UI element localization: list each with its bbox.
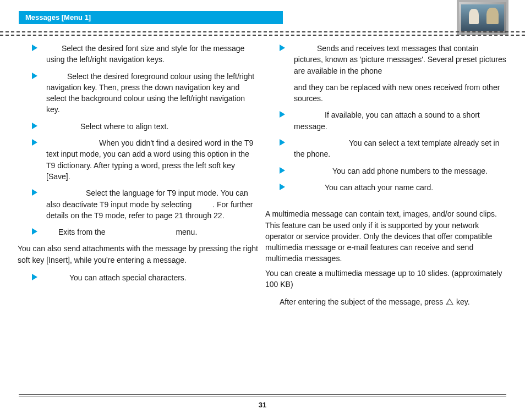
paragraph-text-a: After entering the subject of the messag… [280,297,443,306]
paragraph-text: You can also send attachments with the m… [18,244,258,264]
triangle-icon [32,139,37,146]
paragraph-text: You can create a multimedia message up t… [265,269,502,289]
bullet-picture-cont: and they can be replaced with new ones r… [280,82,506,104]
content-columns: Select the desired font size and style f… [32,43,506,387]
triangle-icon [280,167,285,174]
bullet-number: You can add phone numbers to the message… [280,165,506,176]
svg-point-1 [447,303,449,305]
triangle-icon [280,184,285,190]
bullet-text: You can attach your name card. [325,183,433,192]
bullet-t9-lang: Select the language for T9 input mode. Y… [32,187,259,221]
paragraph-press-key: After entering the subject of the messag… [280,296,506,307]
paragraph-mms-slides: You can create a multimedia message up t… [265,268,506,290]
bullet-template: You can select a text template already s… [280,137,506,160]
bullet-text: Sends and receives text messages that co… [294,44,506,75]
triangle-icon [32,189,37,196]
bullet-t9-add: When you didn't find a desired word in t… [32,137,259,182]
bullet-namecard: You can attach your name card. [280,182,506,193]
triangle-icon [32,228,37,235]
triangle-icon [32,45,37,51]
section-header: Messages [Menu 1] [19,11,283,24]
bullet-font: Select the desired font size and style f… [32,43,259,65]
triangle-icon [280,111,285,118]
bullet-text: and they can be replaced with new ones r… [294,83,500,103]
bullet-symbol: You can attach special characters. [32,272,259,283]
bullet-align: Select where to align text. [32,121,259,132]
divider-dashed-bottom [0,35,525,36]
divider-dashed-top [0,31,525,32]
bullet-colour: Select the desired foreground colour usi… [32,71,259,115]
bullet-text: Select the desired foreground colour usi… [46,72,254,114]
bullet-text-b: menu. [176,228,197,236]
corner-illustration [457,0,508,35]
paragraph-mms-intro: A multimedia message can contain text, i… [265,208,506,264]
bullet-picture: Sends and receives text messages that co… [280,43,506,76]
ok-key-icon [445,297,454,305]
triangle-icon [32,274,37,280]
paragraph-text: A multimedia message can contain text, i… [265,209,497,263]
bullet-sound: If available, you can attach a sound to … [280,109,506,132]
triangle-icon [32,123,37,129]
triangle-icon [280,139,285,146]
bullet-text: Select the desired font size and style f… [46,44,244,64]
paragraph-text-b: key. [456,297,470,306]
bullet-text: You can select a text template already s… [294,139,499,158]
svg-marker-0 [446,299,453,305]
bullet-text: You can attach special characters. [69,273,187,282]
bullet-text: Select where to align text. [80,122,168,131]
bullet-exit: Exits from the menu. [32,226,259,237]
paragraph-insert: You can also send attachments with the m… [18,243,259,266]
bullet-text: If available, you can attach a sound to … [294,110,480,130]
triangle-icon [32,73,37,79]
triangle-icon [280,45,285,51]
bullet-text: You can add phone numbers to the message… [332,167,488,175]
footer-rule [19,394,506,397]
page-number: 31 [0,401,525,409]
bullet-text: When you didn't find a desired word in t… [46,139,253,181]
bullet-text-a: Exits from the [58,228,106,236]
